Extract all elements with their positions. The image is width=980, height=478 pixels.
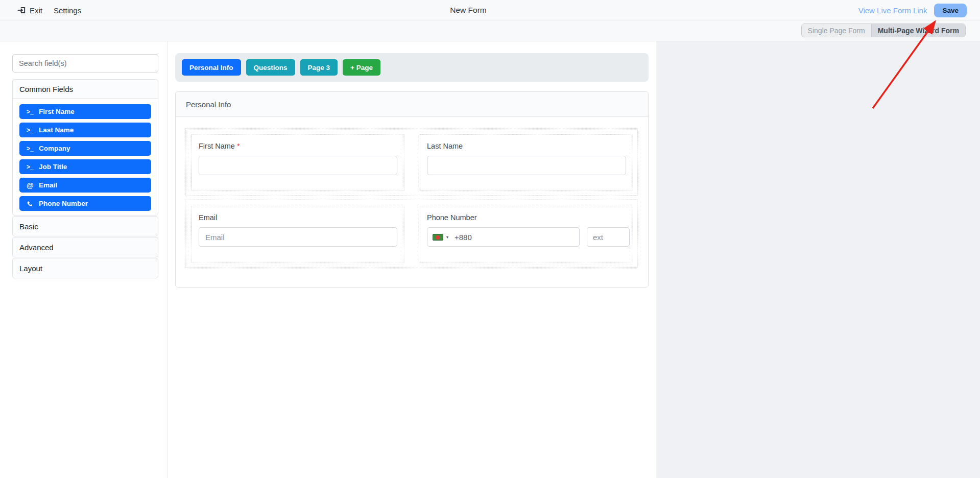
field-label: Email [199, 213, 397, 222]
field-block-first-name[interactable]: First Name* [192, 134, 404, 191]
terminal-input-icon: >_ [27, 163, 39, 171]
field-block-last-name[interactable]: Last Name [420, 134, 633, 191]
form-row: Email Phone Number ▾ +880 [185, 200, 638, 268]
save-button[interactable]: Save [934, 4, 967, 17]
field-button-label: Company [39, 145, 70, 152]
terminal-input-icon: >_ [27, 145, 39, 152]
sidebar-divider [167, 41, 168, 478]
section-label: Advanced [19, 243, 54, 252]
search-fields-input[interactable] [12, 54, 158, 73]
email-input[interactable] [199, 227, 397, 247]
field-button-first-name[interactable]: >_ First Name [19, 104, 151, 119]
required-asterisk: * [237, 142, 240, 150]
page-tabs-bar: Personal Info Questions Page 3 + Page [175, 53, 649, 82]
sidebar-section-advanced[interactable]: Advanced [12, 237, 158, 257]
mode-toggle-bar: Single Page Form Multi-Page Wizard Form [0, 20, 980, 41]
field-button-last-name[interactable]: >_ Last Name [19, 123, 151, 137]
field-block-email[interactable]: Email [192, 206, 404, 262]
form-builder-app: Exit Settings New Form View Live Form Li… [0, 0, 980, 478]
exit-label: Exit [30, 6, 42, 15]
first-name-input[interactable] [199, 156, 397, 175]
multi-page-wizard-form-toggle[interactable]: Multi-Page Wizard Form [871, 24, 965, 37]
dial-code: +880 [455, 233, 472, 242]
phone-ext-input[interactable] [587, 227, 630, 247]
common-fields-title: Common Fields [13, 80, 158, 99]
tab-page-3[interactable]: Page 3 [300, 59, 338, 76]
field-button-label: Last Name [39, 126, 74, 134]
form-row: First Name* Last Name [185, 128, 638, 196]
tab-questions[interactable]: Questions [246, 59, 295, 76]
field-button-company[interactable]: >_ Company [19, 141, 151, 156]
sidebar-section-basic[interactable]: Basic [12, 216, 158, 236]
section-label: Basic [19, 222, 38, 231]
form-page-title: Personal Info [176, 92, 648, 117]
field-label: Phone Number [427, 213, 626, 222]
terminal-input-icon: >_ [27, 127, 39, 134]
form-page-card: Personal Info First Name* Last Name Emai… [175, 91, 649, 288]
phone-number-input[interactable]: ▾ +880 [427, 227, 580, 247]
bangladesh-flag-icon [433, 234, 443, 241]
field-button-label: First Name [39, 108, 75, 115]
field-block-phone-number[interactable]: Phone Number ▾ +880 [420, 206, 633, 262]
field-button-label: Job Title [39, 163, 67, 171]
field-button-job-title[interactable]: >_ Job Title [19, 159, 151, 174]
field-button-email[interactable]: @ Email [19, 178, 151, 193]
field-button-phone-number[interactable]: Phone Number [19, 196, 151, 211]
exit-icon [17, 6, 26, 15]
form-mode-toggle-group: Single Page Form Multi-Page Wizard Form [801, 23, 966, 37]
field-label: Last Name [427, 142, 626, 150]
page-title: New Form [450, 0, 486, 20]
sidebar-section-layout[interactable]: Layout [12, 258, 158, 278]
exit-button[interactable]: Exit [17, 6, 42, 15]
field-label: First Name* [199, 142, 397, 150]
field-button-label: Phone Number [39, 200, 88, 207]
common-fields-panel: Common Fields >_ First Name >_ Last Name… [12, 79, 158, 216]
view-live-form-link[interactable]: View Live Form Link [858, 6, 927, 15]
country-dropdown-caret-icon[interactable]: ▾ [446, 235, 448, 240]
last-name-input[interactable] [427, 156, 626, 175]
terminal-input-icon: >_ [27, 108, 39, 115]
settings-button[interactable]: Settings [54, 6, 81, 15]
field-button-label: Email [39, 181, 57, 189]
single-page-form-toggle[interactable]: Single Page Form [802, 24, 871, 37]
section-label: Layout [19, 264, 42, 273]
at-icon: @ [27, 181, 39, 189]
top-navbar: Exit Settings New Form View Live Form Li… [0, 0, 980, 20]
settings-label: Settings [54, 6, 81, 15]
add-page-button[interactable]: + Page [343, 59, 380, 76]
tab-personal-info[interactable]: Personal Info [182, 59, 241, 76]
phone-icon [27, 200, 39, 207]
